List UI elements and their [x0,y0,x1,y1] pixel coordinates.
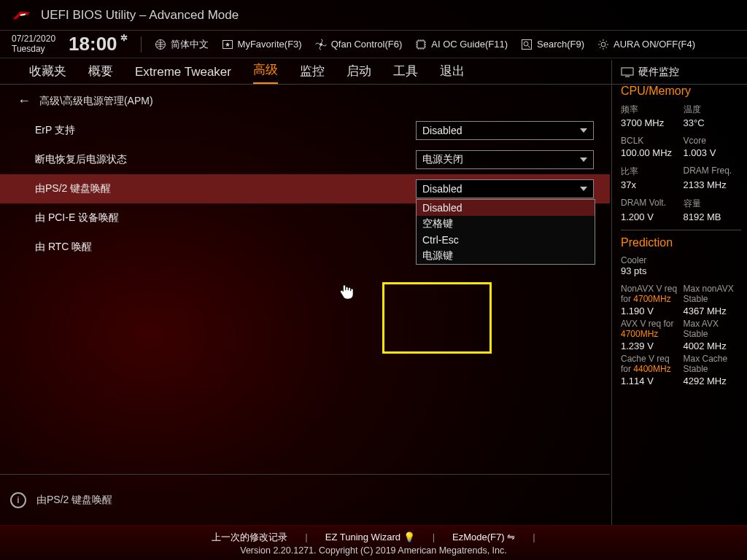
aura-icon [597,39,609,50]
stat-label: DRAM Freq. [684,166,742,178]
language-button[interactable]: 简体中文 [155,38,209,51]
dropdown-option[interactable]: Ctrl-Esc [417,232,595,248]
dropdown-value: 电源关闭 [422,153,463,166]
svg-rect-3 [417,41,425,48]
stat-value: 100.00 MHz [621,147,679,158]
stat-label: 温度 [684,104,742,116]
search-button[interactable]: Search(F9) [521,39,584,50]
stat-value: 4367 MHz [684,306,742,316]
stat-label: AVX V req for 4700MHz [621,319,679,339]
setting-label: ErP 支持 [35,124,416,137]
stat-value: 1.200 V [621,211,679,222]
stat-label: Max AVX Stable [684,319,742,339]
dropdown-option[interactable]: 电源键 [417,248,595,264]
stat-label: 频率 [621,104,679,116]
myfavorite-label: MyFavorite(F3) [238,39,302,50]
svg-point-2 [320,43,322,46]
back-arrow-icon[interactable]: ← [18,93,31,109]
monitor-icon [621,67,634,77]
aura-label: AURA ON/OFF(F4) [614,39,695,50]
clock-time: 18:00 [69,33,117,55]
dropdown-ps2-wake[interactable]: Disabled Disabled 空格键 Ctrl-Esc 电源键 [416,179,594,198]
dropdown-value: Disabled [422,125,462,136]
stat-label: 容量 [684,198,742,210]
stat-value: 2133 MHz [684,179,742,190]
stat-value: 1.003 V [684,147,742,158]
stat-value: 33°C [684,117,742,128]
day-text: Tuesday [12,44,55,54]
stat-value: 1.239 V [621,341,679,351]
search-icon [521,39,533,50]
stat-value: 3700 MHz [621,117,679,128]
stat-label: Cooler [621,255,741,265]
tab-advanced[interactable]: 高级 [253,61,278,84]
clock[interactable]: 18:00 ✲ [69,33,128,55]
breadcrumb-path: 高级\高级电源管理(APM) [39,95,153,108]
stat-label: Cache V req for 4400MHz [621,354,679,374]
svg-point-5 [524,42,528,46]
highlight-callout [382,282,492,354]
stat-value: 8192 MB [684,211,742,222]
dropdown-value: Disabled [422,183,462,195]
help-bar: i 由PS/2 键盘唤醒 [0,474,610,525]
bulb-icon: 💡 [403,532,415,542]
app-title: UEFI BIOS Utility – Advanced Mode [41,8,239,23]
chevron-down-icon [580,187,587,191]
stat-label: BCLK [621,136,679,146]
stat-label: Max Cache Stable [684,354,742,374]
stat-value: 93 pts [621,265,741,276]
dropdown-erp[interactable]: Disabled [416,121,594,140]
setting-ps2-wake[interactable]: 由PS/2 键盘唤醒 Disabled Disabled 空格键 Ctrl-Es… [0,174,610,203]
stat-label: Vcore [684,136,742,146]
dropdown-option[interactable]: Disabled [417,200,595,216]
setting-erp[interactable]: ErP 支持 Disabled [0,116,610,145]
myfavorite-button[interactable]: MyFavorite(F3) [222,39,302,50]
info-row: 07/21/2020 Tuesday 18:00 ✲ 简体中文 MyFavori… [0,31,747,58]
stat-label: 比率 [621,166,679,178]
footer-link-ez-tuning[interactable]: EZ Tuning Wizard 💡 [325,532,415,542]
stat-label: NonAVX V req for 4700MHz [621,284,679,304]
chevron-down-icon [580,158,587,162]
switch-icon: ⇋ [507,532,515,542]
side-panel-title: 硬件监控 [638,66,679,79]
qfan-button[interactable]: Qfan Control(F6) [315,39,403,50]
tab-exit[interactable]: 退出 [440,63,465,84]
aioc-button[interactable]: AI OC Guide(F11) [415,39,508,50]
stat-label: Max nonAVX Stable [684,284,742,304]
content-pane: ← 高级\高级电源管理(APM) ErP 支持 Disabled 断电恢复后电源… [0,86,610,525]
section-cpu-memory: CPU/Memory [621,85,741,98]
setting-label: 由PS/2 键盘唤醒 [35,182,416,195]
tab-tool[interactable]: 工具 [393,63,418,84]
setting-label: 断电恢复后电源状态 [35,153,416,166]
gear-icon[interactable]: ✲ [120,33,128,43]
language-label: 简体中文 [171,38,209,51]
breadcrumb: ← 高级\高级电源管理(APM) [0,86,610,116]
tab-monitor[interactable]: 监控 [300,63,325,84]
tab-favorites[interactable]: 收藏夹 [29,63,66,84]
aura-button[interactable]: AURA ON/OFF(F4) [597,39,695,50]
hardware-monitor-panel: 硬件监控 CPU/Memory 频率 温度 3700 MHz 33°C BCLK… [611,60,747,525]
tab-extreme-tweaker[interactable]: Extreme Tweaker [135,65,231,84]
title-bar: UEFI BIOS Utility – Advanced Mode [0,0,747,31]
rog-logo [12,9,31,22]
date-text: 07/21/2020 [12,34,55,44]
side-panel-header: 硬件监控 [621,66,741,79]
tab-boot[interactable]: 启动 [347,63,371,84]
footer-link-ez-mode[interactable]: EzMode(F7) ⇋ [452,532,515,542]
globe-icon [155,39,166,50]
info-icon: i [10,492,26,508]
aioc-label: AI OC Guide(F11) [431,39,508,50]
help-text: 由PS/2 键盘唤醒 [36,494,112,507]
tab-main[interactable]: 概要 [88,63,113,84]
star-icon [222,39,233,50]
fan-icon [315,39,327,50]
footer-link-last-mod[interactable]: 上一次的修改记录 [212,531,287,544]
setting-restore-power[interactable]: 断电恢复后电源状态 电源关闭 [0,145,610,174]
search-label: Search(F9) [537,39,584,50]
dropdown-option[interactable]: 空格键 [417,216,595,232]
stat-value: 4002 MHz [684,341,742,351]
dropdown-restore-power[interactable]: 电源关闭 [416,150,594,169]
footer: 上一次的修改记录 | EZ Tuning Wizard 💡 | EzMode(F… [0,525,747,560]
stat-value: 37x [621,179,679,190]
svg-rect-7 [622,68,633,75]
